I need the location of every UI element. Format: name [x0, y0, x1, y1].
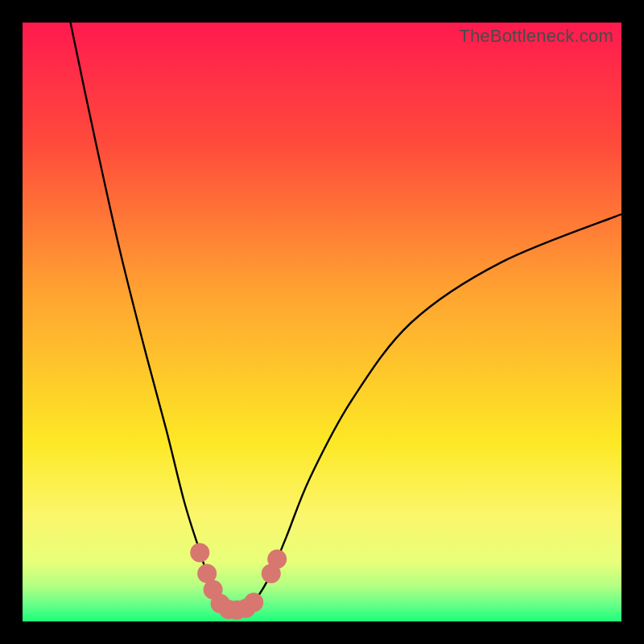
- chart-frame: TheBottleneck.com: [0, 0, 644, 644]
- curve-marker: [244, 592, 263, 612]
- curve-marker: [190, 543, 209, 562]
- plot-area: TheBottleneck.com: [23, 23, 621, 621]
- curve-marker: [267, 550, 287, 569]
- watermark-label: TheBottleneck.com: [459, 26, 613, 47]
- bottleneck-curve: [23, 23, 621, 621]
